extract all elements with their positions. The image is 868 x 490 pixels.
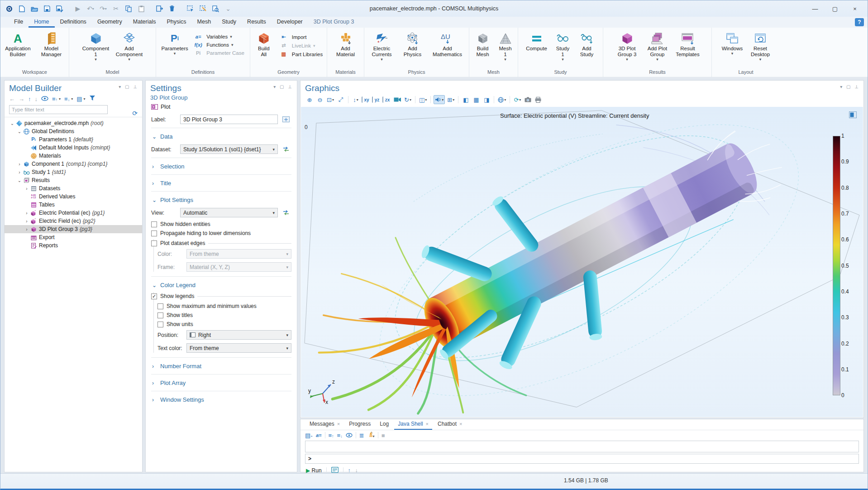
label-field-input[interactable]: 3D Plot Group 3: [180, 115, 278, 124]
filter-funnel-icon[interactable]: [89, 95, 95, 102]
tree-item-3d-plot-group-3[interactable]: › 3D Plot Group 3{pg3}: [5, 225, 142, 233]
livelink-button[interactable]: ⇄LiveLink▾: [278, 43, 323, 48]
reset-desktop-button[interactable]: Reset Desktop ▾: [747, 30, 773, 62]
duplicate-icon[interactable]: [153, 3, 165, 14]
paste-icon[interactable]: [135, 3, 147, 14]
qat-more-icon[interactable]: ⌄: [222, 3, 234, 14]
select-box-icon[interactable]: [184, 3, 196, 14]
tab-messages[interactable]: Messages×: [306, 420, 343, 430]
model-tree-nodes-icon[interactable]: ▤: [76, 96, 82, 102]
shell-prompt[interactable]: >: [305, 454, 859, 464]
menu-developer[interactable]: Developer: [272, 17, 308, 28]
tree-item-reports[interactable]: Reports: [5, 241, 142, 250]
zoom-in-icon[interactable]: ⊕: [305, 95, 314, 104]
result-templates-button[interactable]: Result Templates: [673, 30, 703, 58]
collapse-icon[interactable]: ≡↑: [52, 96, 57, 102]
menu-file[interactable]: File: [9, 17, 29, 28]
add-mathematics-button[interactable]: ΔU Add Mathematics: [428, 30, 467, 58]
run-button[interactable]: ▶ Run: [306, 467, 322, 474]
tree-item-electric-potential[interactable]: › * Electric Potential (ec){pg1}: [5, 209, 142, 217]
open-file-icon[interactable]: [29, 3, 40, 14]
tab-log[interactable]: Log: [376, 420, 392, 430]
clipboard-image-icon[interactable]: [849, 111, 857, 120]
section-window-settings[interactable]: ›Window Settings: [151, 393, 291, 406]
back-icon[interactable]: ←: [9, 96, 15, 102]
dock-left-icon[interactable]: ◧: [461, 95, 470, 104]
compute-button[interactable]: Compute: [523, 30, 551, 52]
import-button[interactable]: ⇤Import: [278, 34, 323, 40]
text-color-dropdown[interactable]: From theme▾: [186, 343, 291, 353]
tree-item-tables[interactable]: Tables: [5, 201, 142, 209]
frame-dropdown[interactable]: Material (X, Y, Z)▾: [186, 262, 291, 272]
plot-dataset-edges-checkbox[interactable]: Plot dataset edges: [151, 240, 205, 246]
build-all-button[interactable]: Build All: [253, 30, 275, 58]
close-button[interactable]: ×: [845, 2, 865, 15]
new-line-icon[interactable]: ▤+: [305, 432, 313, 439]
menu-study[interactable]: Study: [216, 17, 242, 28]
menu-materials[interactable]: Materials: [128, 17, 162, 28]
run-icon[interactable]: ▶: [72, 3, 84, 14]
close-tab-icon[interactable]: ×: [459, 421, 462, 427]
show-hidden-entities-checkbox[interactable]: Show hidden entities: [151, 221, 291, 227]
copy-icon[interactable]: [123, 3, 134, 14]
history-down-icon[interactable]: ↓: [355, 467, 358, 474]
show-units-checkbox[interactable]: Show units: [157, 321, 291, 327]
variables-button[interactable]: a=Variables▾: [192, 34, 244, 39]
dock-right-icon[interactable]: ◨: [482, 95, 491, 104]
tree-item-materials[interactable]: Materials: [5, 152, 142, 160]
tree-item-global-definitions[interactable]: ⌄ Global Definitions: [5, 127, 142, 135]
position-dropdown[interactable]: Right▾: [186, 330, 291, 340]
show-legends-checkbox[interactable]: ✓Show legends: [151, 293, 194, 299]
add-material-button[interactable]: Add Material: [331, 30, 360, 58]
section-number-format[interactable]: ›Number Format: [151, 360, 291, 372]
tab-java-shell[interactable]: Java Shell×: [394, 420, 432, 430]
move-down-icon[interactable]: ↓: [35, 96, 38, 102]
undo-icon[interactable]: ↶▾: [85, 3, 96, 14]
electric-currents-button[interactable]: +− Electric Currents ▾: [366, 30, 398, 62]
table-view-icon[interactable]: ▦: [472, 95, 481, 104]
clear-shell-icon[interactable]: ▾: [367, 432, 375, 439]
stop-icon[interactable]: ■: [382, 432, 385, 439]
shell-output[interactable]: [305, 441, 859, 452]
zoom-out-icon[interactable]: ⊖: [315, 95, 324, 104]
close-tab-icon[interactable]: ×: [426, 421, 429, 427]
zoom-box-icon[interactable]: ⊡▾: [326, 95, 335, 104]
add-study-button[interactable]: Add Study: [575, 30, 599, 58]
rotate-view-icon[interactable]: ↻▾: [403, 95, 412, 104]
tree-item-study-1[interactable]: › Study 1{std1}: [5, 168, 142, 176]
help-icon[interactable]: ?: [855, 18, 864, 26]
label-side-button[interactable]: [281, 115, 291, 124]
tab-progress[interactable]: Progress: [345, 420, 374, 430]
sound-icon[interactable]: ▾: [434, 95, 445, 104]
window-grid-icon[interactable]: ⊞▾: [446, 95, 455, 104]
collapse-all-icon[interactable]: ≡↑: [329, 432, 334, 439]
build-mesh-button[interactable]: Build Mesh: [472, 30, 494, 58]
section-data[interactable]: ⌄Data: [151, 130, 291, 143]
tab-chatbot[interactable]: Chatbot×: [434, 420, 466, 430]
tree-item-component-1[interactable]: › Component 1(comp1) {comp1}: [5, 160, 142, 168]
study-1-button[interactable]: Study 1 ▾: [552, 30, 574, 62]
snapshot-camera-icon[interactable]: [523, 95, 532, 104]
tree-item-parameters[interactable]: Pi Parameters 1{default}: [5, 135, 142, 144]
deselect-box-icon[interactable]: [197, 3, 209, 14]
tree-item-export[interactable]: Export: [5, 233, 142, 241]
menu-definitions[interactable]: Definitions: [55, 17, 92, 28]
save-icon[interactable]: [41, 3, 53, 14]
refresh-icon[interactable]: ⟳: [132, 110, 138, 117]
section-plot-settings[interactable]: ⌄Plot Settings: [151, 193, 291, 206]
section-plot-array[interactable]: ›Plot Array: [151, 376, 291, 389]
show-icon[interactable]: [346, 432, 353, 439]
menu-physics[interactable]: Physics: [161, 17, 191, 28]
menu-results[interactable]: Results: [242, 17, 272, 28]
tree-item-derived-values[interactable]: 8.85e-12 Derived Values: [5, 192, 142, 201]
show-max-min-checkbox[interactable]: Show maximum and minimum values: [157, 303, 291, 309]
view-yz-icon[interactable]: yz: [372, 96, 381, 103]
section-title[interactable]: ›Title: [151, 177, 291, 189]
application-builder-button[interactable]: A Application Builder: [2, 30, 34, 58]
forward-icon[interactable]: →: [19, 96, 24, 102]
tree-item-results[interactable]: ⌄ Results: [5, 176, 142, 184]
panel-controls[interactable]: ▾ ▢ ⊥: [840, 84, 860, 89]
view-xy-icon[interactable]: xy: [362, 96, 371, 103]
add-plot-group-button[interactable]: Add Plot Group ▾: [643, 30, 672, 62]
print-icon[interactable]: [534, 95, 543, 104]
